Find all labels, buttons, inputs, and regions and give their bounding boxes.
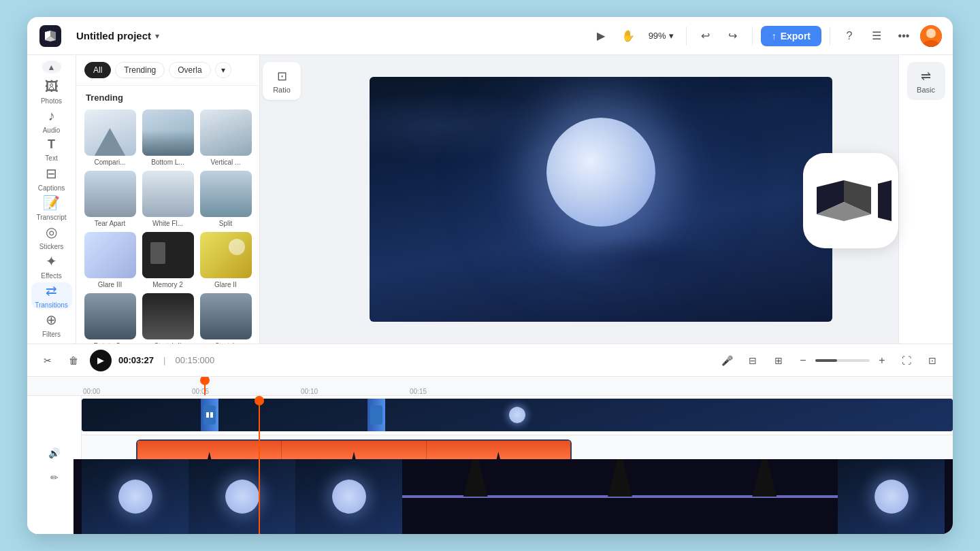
edit-btn[interactable]: ✏ bbox=[45, 468, 64, 487]
filters-icon: ⊕ bbox=[46, 312, 57, 328]
photos-icon: 🖼 bbox=[45, 79, 59, 95]
divider-3 bbox=[830, 27, 830, 46]
transition-thumb-vertical1 bbox=[200, 110, 252, 156]
more-button[interactable]: ••• bbox=[893, 25, 915, 47]
zoom-slider-fill bbox=[815, 359, 837, 362]
transition-item-stretch_2[interactable]: Stretch II bbox=[141, 293, 195, 344]
sidebar-item-effects[interactable]: ✦ Effects bbox=[31, 253, 72, 280]
transition-marker-2[interactable] bbox=[368, 399, 385, 431]
preview-strip bbox=[74, 459, 953, 534]
hand-tool-btn[interactable]: ✋ bbox=[617, 25, 639, 47]
sidebar-item-captions[interactable]: ⊟ Captions bbox=[31, 165, 72, 192]
transition-label-stretch: Stretch bbox=[215, 342, 237, 344]
sidebar-item-transcript-label: Transcript bbox=[36, 214, 66, 221]
current-time: 00:03:27 bbox=[118, 355, 154, 365]
sidebar-collapse-btn[interactable]: ▲ bbox=[42, 61, 61, 73]
transition-item-rotate_c[interactable]: Rotate C... bbox=[83, 293, 137, 344]
video-preview bbox=[370, 77, 832, 322]
delete-btn[interactable]: 🗑 bbox=[64, 351, 83, 370]
sidebar-item-photos-label: Photos bbox=[41, 97, 62, 105]
transition-item-bottom_l[interactable]: Bottom L... bbox=[141, 110, 195, 167]
sidebar-item-transcript[interactable]: 📝 Transcript bbox=[31, 195, 72, 221]
transition-item-compari[interactable]: Compari... bbox=[83, 110, 137, 167]
filter-more-icon: ▾ bbox=[221, 65, 225, 75]
transition-icon-2 bbox=[370, 405, 382, 424]
select-tool-btn[interactable]: ▶ bbox=[590, 25, 612, 47]
transition-item-glare_2[interactable]: Glare II bbox=[199, 232, 252, 289]
sidebar-item-stickers[interactable]: ◎ Stickers bbox=[31, 224, 72, 250]
fit-btn[interactable]: ⊡ bbox=[923, 351, 942, 370]
transitions-panel: All Trending Overla ▾ Trending Compari..… bbox=[76, 55, 260, 344]
transition-item-memory_2[interactable]: Memory 2 bbox=[141, 232, 195, 289]
transition-label-compari: Compari... bbox=[94, 158, 125, 167]
sidebar-item-filters[interactable]: ⊕ Filters bbox=[31, 312, 72, 338]
avatar[interactable] bbox=[920, 25, 942, 47]
sidebar-item-transitions-label: Transitions bbox=[35, 301, 68, 309]
project-title-area[interactable]: Untitled project ▾ bbox=[76, 30, 159, 41]
play-button[interactable]: ▶ bbox=[90, 350, 112, 371]
panel-section-title: Trending bbox=[76, 86, 259, 107]
app-logo[interactable] bbox=[38, 24, 63, 48]
transition-marker-1[interactable] bbox=[201, 399, 218, 431]
align-btn[interactable]: ⊞ bbox=[769, 351, 788, 370]
transition-label-white_fl: White Fl... bbox=[152, 220, 183, 228]
project-dropdown-icon[interactable]: ▾ bbox=[155, 31, 159, 41]
stickers-icon: ◎ bbox=[46, 224, 57, 240]
zoom-slider-track[interactable] bbox=[815, 359, 870, 362]
sidebar-item-transitions[interactable]: ⇄ Transitions bbox=[31, 282, 72, 309]
caption-btn[interactable]: ⊟ bbox=[743, 351, 762, 370]
volume-btn[interactable]: 🔊 bbox=[45, 444, 64, 463]
thumb-inner-glare_3 bbox=[84, 232, 136, 278]
audio-icon: ♪ bbox=[48, 108, 55, 124]
sidebar-item-text[interactable]: T Text bbox=[31, 137, 72, 163]
preview-thumb-moon-2 bbox=[189, 459, 295, 534]
transition-item-vertical1[interactable]: Vertical ... bbox=[199, 110, 252, 167]
zoom-controls: − + bbox=[795, 352, 890, 369]
cloud-overlay bbox=[370, 77, 832, 322]
microphone-btn[interactable]: 🎤 bbox=[717, 351, 736, 370]
text-icon: T bbox=[48, 137, 55, 152]
zoom-minus-btn[interactable]: − bbox=[795, 352, 811, 369]
track-segment-1[interactable] bbox=[82, 399, 953, 431]
filter-more-dropdown[interactable]: ▾ bbox=[215, 62, 231, 78]
transition-label-vertical1: Vertical ... bbox=[211, 158, 241, 167]
export-button[interactable]: ↑ Export bbox=[761, 26, 821, 46]
transition-label-glare_3: Glare III bbox=[98, 281, 122, 289]
top-bar: Untitled project ▾ ▶ ✋ 99% ▾ ↩ ↪ ↑ Expor… bbox=[27, 17, 953, 55]
divider-1 bbox=[686, 27, 687, 46]
timeline-controls: ✂ 🗑 ▶ 00:03:27 | 00:15:000 🎤 ⊟ ⊞ − + ⛶ ⊡ bbox=[27, 344, 953, 377]
transition-item-white_fl[interactable]: White Fl... bbox=[141, 171, 195, 228]
export-label: Export bbox=[781, 31, 811, 41]
basic-button[interactable]: ⇌ Basic bbox=[907, 62, 945, 100]
playhead[interactable] bbox=[204, 377, 206, 395]
sidebar-item-audio[interactable]: ♪ Audio bbox=[31, 107, 72, 133]
filter-chip-overlay[interactable]: Overla bbox=[169, 62, 210, 78]
zoom-display[interactable]: 99% ▾ bbox=[644, 31, 678, 41]
filter-chip-trending[interactable]: Trending bbox=[115, 62, 165, 78]
sidebar-item-audio-label: Audio bbox=[43, 127, 61, 134]
moon-thumb-1 bbox=[118, 480, 152, 514]
svg-rect-4 bbox=[206, 412, 209, 418]
transition-item-glare_3[interactable]: Glare III bbox=[83, 232, 137, 289]
moon-thumb-2 bbox=[225, 480, 259, 514]
split-track-btn[interactable]: ✂ bbox=[38, 351, 57, 370]
sidebar-item-stickers-label: Stickers bbox=[39, 243, 64, 250]
sunset-strip-selected[interactable] bbox=[402, 495, 838, 498]
transition-item-tear_apart[interactable]: Tear Apart bbox=[83, 171, 137, 228]
list-button[interactable]: ☰ bbox=[866, 25, 887, 47]
help-button[interactable]: ? bbox=[838, 25, 860, 47]
transition-thumb-glare_2 bbox=[200, 232, 252, 278]
filter-chip-all[interactable]: All bbox=[84, 62, 111, 78]
preview-thumb-moon-3 bbox=[295, 459, 402, 534]
svg-point-2 bbox=[926, 29, 936, 38]
zoom-plus-btn[interactable]: + bbox=[874, 352, 890, 369]
panel-resize-handle[interactable] bbox=[257, 55, 260, 344]
transition-label-tear_apart: Tear Apart bbox=[95, 220, 126, 228]
ratio-button[interactable]: ⊡ Ratio bbox=[263, 62, 301, 100]
sidebar-item-photos[interactable]: 🖼 Photos bbox=[31, 79, 72, 105]
transition-item-split[interactable]: Split bbox=[199, 171, 252, 228]
fullscreen-btn[interactable]: ⛶ bbox=[897, 351, 916, 370]
transition-item-stretch[interactable]: Stretch bbox=[199, 293, 252, 344]
redo-btn[interactable]: ↪ bbox=[722, 25, 744, 47]
undo-btn[interactable]: ↩ bbox=[695, 25, 717, 47]
